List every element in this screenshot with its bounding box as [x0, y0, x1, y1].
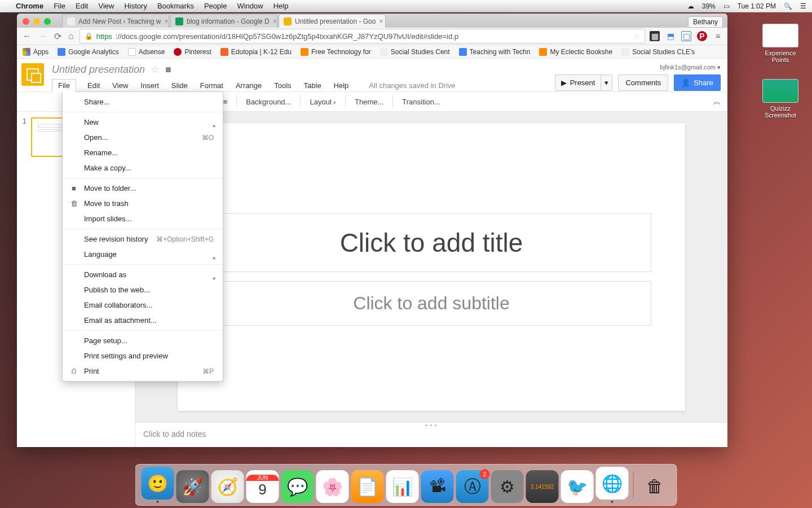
move-to-folder-icon[interactable]: ■: [165, 64, 171, 76]
title-placeholder[interactable]: Click to add title: [211, 213, 651, 272]
mac-menu-view[interactable]: View: [98, 2, 114, 10]
bookmark-item[interactable]: Edutopia | K-12 Edu: [220, 48, 292, 56]
notification-center-icon[interactable]: ☰: [800, 2, 806, 10]
mac-menu-people[interactable]: People: [204, 2, 227, 10]
menu-item-publish-web[interactable]: Publish to the web...: [63, 282, 223, 297]
menu-item-email-attachment[interactable]: Email as attachment...: [63, 313, 223, 328]
bookmark-item[interactable]: Social Studies Cent: [380, 48, 450, 56]
dock-finder[interactable]: 🙂: [142, 467, 174, 503]
bookmark-item[interactable]: My Eclectic Bookshe: [539, 48, 612, 56]
document-title[interactable]: Untitled presentation: [52, 64, 145, 76]
menu-item-import-slides[interactable]: Import slides...: [63, 211, 223, 226]
notes-resize-handle-icon[interactable]: • • •: [425, 422, 437, 428]
menu-help[interactable]: Help: [333, 80, 350, 91]
address-bar[interactable]: 🔒 https://docs.google.com/presentation/d…: [80, 29, 645, 43]
bookmark-item[interactable]: Social Studies CLE's: [621, 48, 695, 56]
forward-button-icon[interactable]: →: [37, 31, 48, 41]
desktop-file-quizizz-screenshot[interactable]: Quizizz Screenshot: [758, 79, 803, 119]
dock-keynote[interactable]: 📽: [421, 470, 454, 503]
cloud-sync-icon[interactable]: ☁: [687, 2, 694, 10]
slides-logo-icon[interactable]: [21, 63, 44, 86]
bookmark-item[interactable]: Pinterest: [174, 48, 211, 56]
dock-calendar[interactable]: JUN9: [246, 470, 279, 503]
bookmark-item[interactable]: Teaching with Techn: [459, 48, 531, 56]
close-tab-icon[interactable]: ×: [379, 17, 383, 25]
menu-arrange[interactable]: Arrange: [235, 80, 263, 91]
menu-item-language[interactable]: Language: [63, 247, 223, 262]
menu-view[interactable]: View: [111, 80, 129, 91]
mac-menu-help[interactable]: Help: [273, 2, 289, 10]
mac-menu-bookmarks[interactable]: Bookmarks: [157, 2, 194, 10]
dock-twitter[interactable]: 🐦: [561, 470, 594, 503]
menu-item-new[interactable]: New: [63, 115, 223, 130]
browser-tab[interactable]: Add New Post ‹ Teaching w ×: [62, 14, 169, 28]
share-button[interactable]: 👤Share: [674, 75, 721, 91]
pinterest-extension-icon[interactable]: P: [697, 31, 707, 41]
mac-menu-history[interactable]: History: [124, 2, 147, 10]
menu-item-share[interactable]: Share...: [63, 94, 223, 110]
dock-numbers[interactable]: 📊: [386, 470, 419, 503]
dock-messages[interactable]: 💬: [281, 470, 314, 503]
menu-item-move-to-trash[interactable]: 🗑Move to trash: [63, 196, 223, 211]
menu-file[interactable]: File: [52, 79, 76, 92]
dock-system-preferences[interactable]: ⚙: [491, 470, 524, 503]
minimize-window-icon[interactable]: [33, 18, 40, 25]
spotlight-icon[interactable]: 🔍: [784, 2, 792, 10]
close-tab-icon[interactable]: ×: [273, 17, 277, 25]
menu-format[interactable]: Format: [199, 80, 224, 91]
mac-menu-edit[interactable]: Edit: [76, 2, 88, 10]
bookmark-item[interactable]: Free Technology for: [301, 48, 371, 56]
menu-tools[interactable]: Tools: [273, 80, 292, 91]
menu-item-rename[interactable]: Rename...: [63, 145, 223, 160]
dock-safari[interactable]: 🧭: [211, 470, 244, 503]
layout-button[interactable]: Layout: [304, 95, 342, 109]
clock[interactable]: Tue 1:02 PM: [738, 2, 776, 10]
desktop-file-experience-points[interactable]: Experience Points: [758, 24, 803, 63]
dock-launchpad[interactable]: 🚀: [176, 470, 209, 503]
star-icon[interactable]: ☆: [151, 63, 160, 76]
mac-menu-file[interactable]: File: [54, 2, 65, 10]
user-email[interactable]: bjfink1s@gmail.com ▾: [660, 64, 721, 71]
extension-icon[interactable]: ▦: [650, 31, 660, 41]
comments-button[interactable]: Comments: [618, 75, 668, 91]
menu-item-page-setup[interactable]: Page setup...: [63, 333, 223, 348]
dock-app-store[interactable]: Ⓐ: [456, 470, 489, 503]
background-button[interactable]: Background...: [240, 95, 297, 109]
menu-item-open[interactable]: Open...⌘O: [63, 130, 223, 145]
chrome-profile-button[interactable]: Bethany: [688, 16, 723, 28]
menu-item-email-collaborators[interactable]: Email collaborators...: [63, 297, 223, 313]
dock-pages[interactable]: 📄: [351, 470, 384, 503]
menu-slide[interactable]: Slide: [170, 80, 189, 91]
dock-chrome[interactable]: 🌐: [596, 467, 629, 503]
reload-button-icon[interactable]: ⟳: [53, 31, 63, 42]
active-app-name[interactable]: Chrome: [16, 2, 43, 10]
bookmark-star-icon[interactable]: ☆: [633, 32, 640, 41]
close-tab-icon[interactable]: ×: [165, 17, 169, 25]
bookmark-apps[interactable]: Apps: [23, 48, 48, 56]
close-window-icon[interactable]: [23, 18, 29, 25]
menu-item-print[interactable]: ⎙Print⌘P: [63, 364, 223, 379]
menu-item-revision-history[interactable]: See revision history⌘+Option+Shift+G: [63, 231, 223, 247]
mac-menu-window[interactable]: Window: [237, 2, 263, 10]
present-button[interactable]: ▶Present: [555, 75, 602, 91]
menu-insert[interactable]: Insert: [139, 80, 160, 91]
browser-tab[interactable]: blog information - Google D ×: [170, 14, 277, 28]
present-dropdown-button[interactable]: ▾: [601, 75, 612, 91]
menu-item-download-as[interactable]: Download as: [63, 267, 223, 282]
chrome-menu-icon[interactable]: ≡: [713, 31, 723, 41]
dock-calculator[interactable]: 3.141592: [526, 470, 559, 503]
dock-trash[interactable]: 🗑: [638, 470, 671, 503]
back-button-icon[interactable]: ←: [21, 31, 33, 41]
menu-item-print-settings[interactable]: Print settings and preview: [63, 348, 223, 364]
menu-item-make-copy[interactable]: Make a copy...: [63, 160, 223, 176]
collapse-toolbar-icon[interactable]: ︽: [713, 97, 721, 107]
maximize-window-icon[interactable]: [44, 18, 51, 25]
bookmark-item[interactable]: Google Analytics: [58, 48, 118, 56]
extension-icon[interactable]: ▢: [681, 31, 691, 41]
home-button-icon[interactable]: ⌂: [67, 31, 75, 41]
extension-icon[interactable]: ⬒: [665, 31, 676, 41]
menu-table[interactable]: Table: [303, 80, 323, 91]
menu-edit[interactable]: Edit: [86, 80, 101, 91]
slide-canvas[interactable]: Click to add title Click to add subtitle: [178, 123, 685, 411]
speaker-notes[interactable]: • • • Click to add notes: [135, 422, 727, 447]
